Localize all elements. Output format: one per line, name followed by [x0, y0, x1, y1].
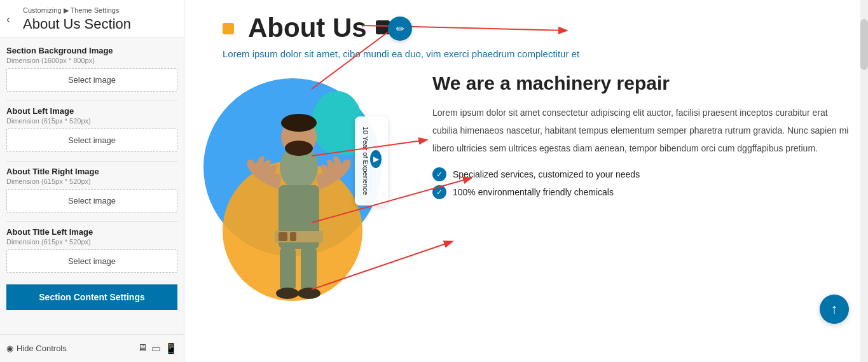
title-icon-left [223, 19, 242, 37]
feature-item-2: ✓ 100% environmentally friendly chemical… [432, 185, 849, 199]
about-left-image-field: About Left Image Dimension (615px * 520p… [6, 106, 177, 152]
divider-2 [6, 161, 177, 162]
eye-icon: ◉ [6, 344, 13, 353]
field-dimension-about-left: Dimension (615px * 520px) [6, 117, 177, 125]
about-title-row: About Us [223, 13, 843, 43]
svg-point-4 [281, 114, 317, 132]
hide-controls-button[interactable]: ◉ Hide Controls [6, 344, 67, 353]
desktop-icon[interactable]: 🖥 [137, 342, 148, 354]
divider-3 [6, 221, 177, 222]
check-icon-1: ✓ [432, 167, 446, 181]
pencil-icon: ✏ [396, 23, 404, 35]
experience-card: ▶ 10 Year of Experience [355, 116, 388, 205]
field-label-about-left: About Left Image [6, 106, 177, 116]
field-label-section-bg: Section Background Image [6, 46, 177, 55]
machinery-heading: We are a machinery repair [432, 72, 849, 95]
worker-svg [235, 91, 362, 307]
customizer-panel: ‹ Customizing ▶ Theme Settings About Us … [0, 0, 184, 362]
field-label-title-right: About Title Right Image [6, 167, 177, 176]
about-title-left-field: About Title Left Image Dimension (615px … [6, 227, 177, 273]
field-dimension-title-right: Dimension (615px * 520px) [6, 178, 177, 185]
scrollbar-track[interactable] [860, 0, 868, 362]
check-icon-2: ✓ [432, 185, 446, 199]
tablet-icon[interactable]: ▭ [151, 342, 161, 354]
svg-rect-0 [223, 23, 234, 34]
field-label-title-left: About Title Left Image [6, 227, 177, 237]
device-icons: 🖥 ▭ 📱 [137, 342, 177, 354]
svg-point-12 [276, 288, 299, 299]
svg-rect-11 [301, 247, 317, 291]
scrollbar-thumb[interactable] [860, 19, 868, 70]
about-main-content: ▶ 10 Year of Experience We are a machine… [184, 66, 868, 362]
preview-area: ✏ About Us Lorem ipsum dolor sit [184, 0, 868, 362]
svg-point-5 [285, 141, 313, 156]
feature-label-2: 100% environmentally friendly chemicals [453, 187, 614, 197]
bottom-bar: ◉ Hide Controls 🖥 ▭ 📱 [0, 334, 184, 362]
svg-rect-10 [280, 247, 296, 291]
about-us-preview: ✏ About Us Lorem ipsum dolor sit [184, 0, 868, 362]
experience-icon: ▶ [370, 150, 382, 168]
svg-point-13 [298, 288, 320, 299]
panel-body: Section Background Image Dimension (1600… [0, 38, 184, 362]
machinery-description: Lorem ipsum dolor sit amet consectetur a… [432, 104, 849, 157]
scroll-up-button[interactable]: ↑ [820, 295, 849, 324]
about-top-section: About Us Lorem ipsum dolor sit amet, cib… [184, 0, 868, 66]
field-dimension-section-bg: Dimension (1600px * 800px) [6, 57, 177, 64]
back-button[interactable]: ‹ [6, 13, 10, 25]
section-background-field: Section Background Image Dimension (1600… [6, 46, 177, 92]
mobile-icon[interactable]: 📱 [165, 342, 177, 354]
experience-text: 10 Year of Experience [361, 127, 370, 195]
select-image-button-title-right[interactable]: Select image [6, 189, 177, 212]
edit-section-button[interactable]: ✏ [388, 17, 412, 41]
svg-rect-8 [279, 232, 287, 241]
divider-1 [6, 101, 177, 101]
breadcrumb: Customizing ▶ Theme Settings [23, 6, 176, 15]
field-dimension-title-left: Dimension (615px * 520px) [6, 238, 177, 246]
about-right-content: We are a machinery repair Lorem ipsum do… [426, 66, 868, 362]
panel-title: About Us Section [23, 16, 176, 32]
feature-item-1: ✓ Specialized services, customized to yo… [432, 167, 849, 181]
select-image-button-section-bg[interactable]: Select image [6, 68, 177, 92]
svg-rect-9 [290, 232, 296, 241]
about-subtitle: Lorem ipsum dolor sit amet, cibo mundi e… [223, 48, 843, 59]
panel-header: ‹ Customizing ▶ Theme Settings About Us … [0, 0, 184, 38]
hide-controls-label: Hide Controls [17, 344, 67, 353]
about-left-image-area: ▶ 10 Year of Experience [184, 66, 413, 307]
section-content-settings-button[interactable]: Section Content Settings [6, 284, 177, 310]
select-image-button-about-left[interactable]: Select image [6, 129, 177, 152]
feature-label-1: Specialized services, customized to your… [453, 169, 640, 179]
about-title-text: About Us [248, 13, 367, 43]
up-arrow-icon: ↑ [831, 301, 838, 317]
about-title-right-field: About Title Right Image Dimension (615px… [6, 167, 177, 212]
select-image-button-title-left[interactable]: Select image [6, 249, 177, 273]
feature-list: ✓ Specialized services, customized to yo… [432, 167, 849, 199]
